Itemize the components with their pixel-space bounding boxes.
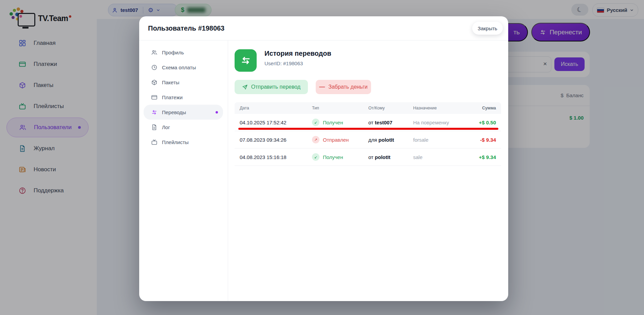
column-purpose: Назначение: [408, 106, 460, 110]
transfer-purpose: forsale: [408, 137, 460, 143]
transfers-table: Дата Тип От/Кому Назначение Сумма 04.10.…: [235, 102, 501, 166]
party-name: polotIt: [375, 154, 390, 160]
party-prefix: от: [368, 154, 373, 160]
credit-card-icon: [151, 94, 158, 101]
transfer-purpose: sale: [408, 154, 460, 160]
minus-icon: —: [319, 84, 325, 90]
party-name: polotIt: [379, 137, 394, 143]
column-date: Дата: [235, 106, 307, 110]
modal-header: Пользователь #198063 Закрыть: [139, 16, 508, 40]
active-tab-dot: [216, 111, 218, 113]
transfer-date: 07.08.2023 09:34:26: [235, 137, 307, 143]
document-icon: [151, 124, 158, 130]
modal-tab-playlists[interactable]: Плейлисты: [139, 135, 228, 150]
transfer-purpose: На повременку: [408, 120, 460, 125]
modal-tab-label: Переводы: [162, 109, 186, 115]
modal-tab-log[interactable]: Лог: [139, 120, 228, 135]
modal-tab-label: Лог: [162, 124, 170, 130]
modal-tab-transfers[interactable]: Переводы: [144, 105, 223, 120]
received-arrow-icon: ↙: [312, 119, 319, 126]
transfer-type: Отправлен: [323, 137, 349, 143]
content-title: История переводов: [264, 50, 331, 57]
withdraw-money-button[interactable]: — Забрать деньги: [316, 80, 371, 94]
close-button[interactable]: Закрыть: [472, 22, 503, 35]
content-subtitle: UserID: #198063: [264, 60, 303, 66]
table-row[interactable]: 04.08.2023 15:16:18 ↙Получен от polotIt …: [235, 148, 501, 166]
party-prefix: от: [368, 120, 373, 125]
clock-icon: [151, 64, 158, 71]
transfer-amount: -$ 9.34: [460, 137, 501, 143]
modal-nav: Профиль Схема оплаты Пакеты Платежи Пере…: [139, 40, 228, 301]
user-details-modal: Пользователь #198063 Закрыть Профиль Схе…: [139, 16, 508, 301]
modal-tab-label: Плейлисты: [162, 139, 189, 145]
modal-tab-packages[interactable]: Пакеты: [139, 75, 228, 90]
modal-tab-payments[interactable]: Платежи: [139, 90, 228, 105]
transfer-type: Получен: [323, 154, 343, 160]
column-amount: Сумма: [460, 106, 501, 110]
modal-tab-profile[interactable]: Профиль: [139, 45, 228, 60]
modal-tab-label: Платежи: [162, 94, 183, 100]
transfer-type: Получен: [323, 120, 343, 125]
transfers-table-header: Дата Тип От/Кому Назначение Сумма: [235, 102, 501, 114]
send-transfer-button[interactable]: Отправить перевод: [235, 80, 308, 94]
modal-tab-label: Профиль: [162, 50, 184, 55]
modal-tab-label: Схема оплаты: [162, 65, 196, 70]
table-row[interactable]: 07.08.2023 09:34:26 ↗Отправлен для polot…: [235, 131, 501, 148]
column-from-to: От/Кому: [363, 106, 408, 110]
transfer-amount: +$ 0.50: [460, 120, 501, 125]
transfer-date: 04.10.2025 17:52:42: [235, 120, 307, 125]
transfer-amount: +$ 9.34: [460, 154, 501, 160]
sent-arrow-icon: ↗: [312, 136, 319, 143]
withdraw-money-label: Забрать деньги: [328, 84, 367, 90]
transfers-header-icon: [235, 49, 257, 72]
send-transfer-label: Отправить перевод: [251, 84, 300, 90]
modal-tab-label: Пакеты: [162, 80, 179, 85]
modal-title: Пользователь #198063: [148, 24, 224, 32]
column-type: Тип: [307, 106, 363, 110]
received-arrow-icon: ↙: [312, 153, 319, 161]
modal-tab-payment-scheme[interactable]: Схема оплаты: [139, 60, 228, 75]
send-icon: [242, 84, 248, 90]
transfer-date: 04.08.2023 15:16:18: [235, 154, 307, 160]
users-icon: [151, 49, 158, 56]
transfer-arrows-icon: [151, 109, 158, 116]
red-annotation-line: [238, 128, 498, 130]
package-icon: [151, 79, 158, 86]
tv-icon: [151, 139, 158, 145]
party-prefix: для: [368, 137, 377, 143]
party-name: test007: [375, 120, 392, 125]
